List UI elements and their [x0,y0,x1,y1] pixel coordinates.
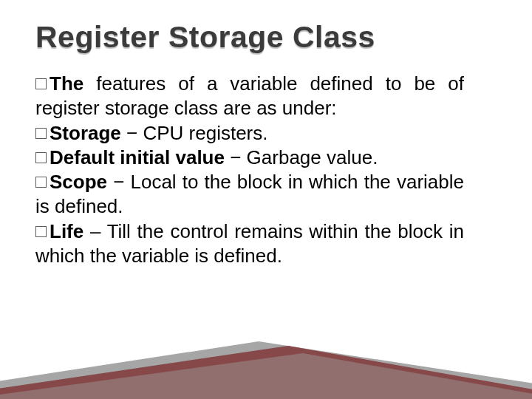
square-bullet-icon [35,128,47,139]
bullet-lead: The [50,72,83,95]
square-bullet-icon [35,152,47,163]
slide-title: Register Storage Class [35,21,497,54]
square-bullet-icon [35,226,47,237]
svg-marker-0 [0,346,532,399]
bullet-text: − CPU registers. [121,122,268,144]
bullet-lead: Scope [50,171,107,193]
body-text: The features of a variable defined to be… [35,72,464,268]
bullet-lead: Default initial value [50,146,225,168]
bullet-intro: The features of a variable defined to be… [35,72,464,121]
bullet-text: features of a variable defined to be of … [35,72,464,119]
bullet-lead: Life [50,220,83,242]
bullet-default: Default initial value − Garbage value. [35,146,464,170]
square-bullet-icon [35,78,47,89]
bullet-text: − Garbage value. [225,146,378,168]
bullet-lead: Storage [50,122,121,144]
bullet-storage: Storage − CPU registers. [35,121,464,146]
slide: Register Storage Class The features of a… [0,0,532,399]
square-bullet-icon [35,177,47,188]
bullet-life: Life – Till the control remains within t… [35,219,464,269]
decorative-wedge-icon [0,340,532,399]
svg-marker-1 [0,341,532,399]
svg-marker-2 [0,353,532,399]
bullet-scope: Scope − Local to the block in which the … [35,170,464,219]
bullet-text: – Till the control remains within the bl… [35,220,464,267]
